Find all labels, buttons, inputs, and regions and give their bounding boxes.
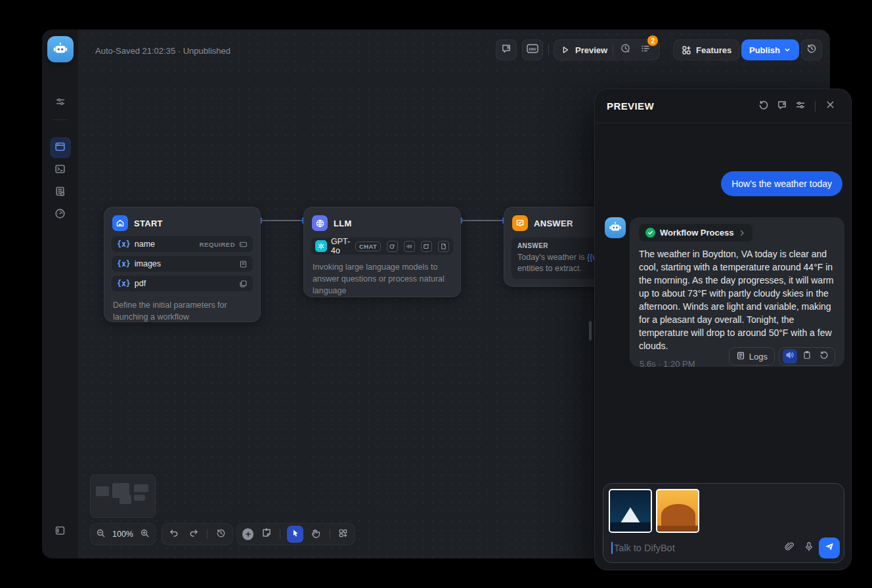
annotation-button[interactable] — [496, 39, 517, 60]
close-preview-button[interactable] — [821, 97, 839, 116]
bot-message-card: Workflow Process The weather in Boydton,… — [630, 217, 844, 367]
app-logo[interactable] — [47, 36, 74, 62]
version-history-button[interactable] — [801, 39, 822, 60]
redo-button[interactable] — [187, 528, 200, 541]
sidebar-item-logs[interactable] — [50, 182, 71, 203]
svg-text:ENV: ENV — [529, 47, 536, 51]
mountain-dome-shape — [661, 504, 695, 526]
home-icon — [112, 215, 128, 231]
conversation-settings-button[interactable] — [791, 97, 810, 116]
refresh-icon — [819, 350, 829, 362]
minimap[interactable] — [90, 474, 156, 518]
publish-button[interactable]: Publish — [741, 39, 799, 60]
sidebar-item-api[interactable] — [50, 159, 71, 180]
add-node-button[interactable] — [242, 528, 253, 540]
play-icon — [561, 45, 570, 54]
sea-shape — [657, 526, 698, 532]
sidebar-item-monitoring[interactable] — [50, 204, 71, 225]
attach-file-button[interactable] — [779, 538, 799, 558]
panel-left-icon — [54, 525, 66, 539]
start-field-name[interactable]: {x} name REQUIRED — [112, 236, 253, 252]
logs-icon — [736, 351, 745, 362]
restart-conversation-button[interactable] — [754, 97, 773, 116]
speaker-icon — [785, 350, 795, 362]
pointer-mode-button[interactable] — [287, 526, 303, 543]
regenerate-button[interactable] — [817, 349, 831, 364]
answer-text-plain: Today's weather is — [517, 253, 587, 262]
collapse-sidebar-button[interactable] — [50, 521, 71, 542]
zoom-out-button[interactable] — [96, 528, 106, 541]
features-icon — [682, 45, 691, 55]
user-message-bubble: How's the weather today — [721, 171, 842, 196]
features-label: Features — [696, 45, 731, 55]
document-capability-icon — [438, 241, 449, 252]
run-history-button[interactable] — [619, 41, 633, 59]
image-capability-icon — [421, 241, 432, 252]
robot-icon — [52, 39, 69, 59]
vision-capability-icon — [387, 241, 398, 252]
redo-icon — [188, 528, 199, 541]
variable-icon: {x} — [117, 259, 131, 268]
preview-button[interactable]: Preview — [575, 45, 607, 55]
hand-icon — [311, 528, 321, 541]
features-button[interactable]: Features — [673, 39, 740, 60]
toolbar-divider — [280, 530, 280, 539]
chat-area: How's the weather today Workflow Process… — [595, 123, 851, 570]
text-to-speech-button[interactable] — [783, 349, 797, 364]
required-tag: REQUIRED — [200, 241, 235, 248]
zoom-level[interactable]: 100% — [112, 530, 133, 539]
robot-icon — [608, 219, 622, 236]
zoom-in-icon — [140, 528, 150, 541]
node-start[interactable]: START {x} name REQUIRED {x} images {x} — [104, 207, 261, 322]
zoom-in-button[interactable] — [140, 528, 150, 541]
node-llm[interactable]: LLM GPT-4o CHAT — [303, 207, 461, 297]
send-button[interactable] — [819, 537, 840, 558]
change-history-button[interactable] — [214, 528, 227, 541]
chevron-down-icon — [783, 46, 791, 54]
comment-x-icon — [501, 43, 512, 56]
attachment-orange-mountain-image[interactable] — [656, 489, 699, 533]
preview-run-group: Preview 2 — [554, 39, 660, 60]
copy-button[interactable] — [800, 349, 814, 364]
start-field-images[interactable]: {x} images — [112, 256, 253, 272]
attachment-blue-mountain-image[interactable] — [609, 489, 652, 533]
history-icon — [806, 43, 817, 56]
start-field-pdf[interactable]: {x} pdf — [112, 276, 253, 291]
field-name: images — [135, 259, 231, 268]
message-meta: 5.6s · 1:20 PM — [640, 359, 695, 369]
sidebar-item-orchestrate[interactable] — [50, 137, 71, 158]
undo-button[interactable] — [167, 528, 181, 541]
preview-resize-handle[interactable] — [589, 321, 592, 341]
checklist-icon — [640, 43, 651, 56]
message-actions: Logs — [729, 347, 835, 366]
mountain-base-shape — [610, 522, 651, 532]
send-icon — [824, 541, 835, 555]
organize-nodes-button[interactable] — [337, 528, 349, 541]
annotation-button[interactable] — [773, 97, 791, 116]
llm-model-name: GPT-4o — [331, 237, 351, 255]
node-start-title: START — [134, 219, 163, 228]
llm-model-selector[interactable]: GPT-4o CHAT — [311, 238, 453, 255]
workflow-process-toggle[interactable]: Workflow Process — [639, 224, 752, 242]
undo-icon — [169, 528, 179, 541]
chat-input[interactable] — [614, 543, 779, 553]
field-name: name — [135, 240, 196, 249]
voice-input-button[interactable] — [799, 538, 819, 558]
preview-panel: PREVIEW How's the weather today — [594, 89, 852, 570]
text-cursor — [611, 542, 613, 554]
zoom-out-icon — [96, 528, 106, 541]
env-variables-button[interactable]: ENV — [522, 39, 543, 60]
refresh-icon — [758, 100, 769, 113]
note-icon — [261, 528, 272, 541]
file-input-icon — [239, 280, 248, 288]
node-start-description: Define the initial parameters for launch… — [104, 295, 260, 331]
hand-mode-button[interactable] — [310, 528, 322, 541]
logs-button[interactable]: Logs — [729, 347, 775, 366]
field-name: pdf — [135, 279, 231, 288]
chat-mode-tag: CHAT — [355, 242, 381, 251]
canvas-tools-toolbar — [236, 523, 355, 545]
add-note-button[interactable] — [260, 528, 272, 541]
app-settings-button[interactable] — [50, 93, 71, 114]
clock-play-icon — [621, 43, 631, 56]
autosave-status: Auto-Saved 21:02:35 · Unpublished — [95, 46, 230, 56]
